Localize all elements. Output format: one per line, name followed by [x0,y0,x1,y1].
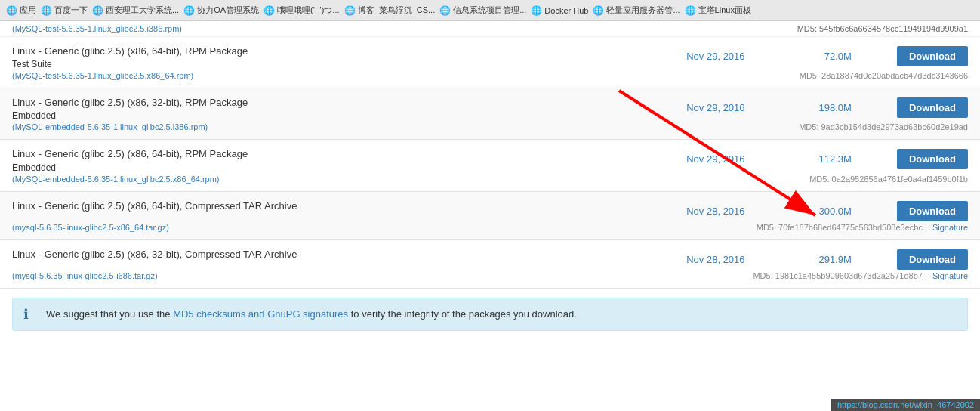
package-row-bottom-5: (mysql-5.6.35-linux-glibc2.5-i686.tar.gz… [12,271,968,280]
package-row-bottom-4: (mysql-5.6.35-linux-glibc2.5-x86_64.tar.… [12,223,968,232]
package-meta-5: Nov 28, 2016 291.9M Download [678,248,968,270]
globe-icon-5: 🌐 [263,5,275,16]
package-name-3: Linux - Generic (glibc 2.5) (x86, 64-bit… [12,148,248,159]
package-size-3: 112.3M [799,153,852,165]
download-button-3[interactable]: Download [897,149,968,169]
package-row-top-5: Linux - Generic (glibc 2.5) (x86, 32-bit… [12,248,968,270]
package-row-bottom-1: (MySQL-test-5.6.35-1.linux_glibc2.5.x86_… [12,71,968,80]
package-row-top-3: Linux - Generic (glibc 2.5) (x86, 64-bit… [12,147,968,172]
package-meta-4: Nov 28, 2016 300.0M Download [678,199,968,221]
info-box: ℹ We suggest that you use the MD5 checks… [12,298,968,331]
package-md5-4: MD5: 70fe187b68ed64775c563bd508e3ecbc | … [169,223,968,232]
package-meta-1: Nov 29, 2016 72.0M Download [678,45,968,66]
tab-blog[interactable]: 🌐 博客_菜鸟浮沉_CS... [344,5,436,16]
package-meta-3: Nov 29, 2016 112.3M Download [678,147,968,169]
tab-xaut[interactable]: 🌐 西安理工大学系统... [92,5,179,16]
package-info-1: Linux - Generic (glibc 2.5) (x86, 64-bit… [12,45,678,70]
package-info-4: Linux - Generic (glibc 2.5) (x86, 64-bit… [12,199,678,213]
package-link-3[interactable]: (MySQL-embedded-5.6.35-1.linux_glibc2.5.… [12,175,220,184]
globe-icon-10: 🌐 [685,5,696,16]
top-md5: MD5: 545fb6c6a6634578cc11949194d9909a1 [797,24,968,33]
top-row: (MySQL-test-5.6.35-1.linux_glibc2.5.i386… [0,21,980,37]
tab-app[interactable]: 🌐 应用 [6,5,36,16]
signature-link-5[interactable]: Signature [932,271,968,280]
download-button-5[interactable]: Download [897,249,968,270]
browser-tab-bar: 🌐 应用 🌐 百度一下 🌐 西安理工大学系统... 🌐 协力OA管理系统 🌐 哦… [0,0,980,21]
package-size-5: 291.9M [799,254,852,265]
packages-container: Linux - Generic (glibc 2.5) (x86, 64-bit… [0,37,980,289]
package-sub-1: Test Suite [12,59,52,70]
package-name-1: Linux - Generic (glibc 2.5) (x86, 64-bit… [12,45,248,57]
globe-icon-4: 🌐 [183,5,195,16]
tab-bilibili[interactable]: 🌐 哦哩哦哩('- ')つ... [263,5,339,16]
info-text: We suggest that you use the MD5 checksum… [46,308,577,320]
package-date-3: Nov 29, 2016 [678,153,753,165]
package-link-4[interactable]: (mysql-5.6.35-linux-glibc2.5-x86_64.tar.… [12,223,169,232]
package-row-2: Linux - Generic (glibc 2.5) (x86, 32-bit… [0,88,980,140]
globe-icon-9: 🌐 [593,5,604,16]
package-name-5: Linux - Generic (glibc 2.5) (x86, 32-bit… [12,249,297,260]
package-date-4: Nov 28, 2016 [678,206,753,217]
top-rpm-link[interactable]: (MySQL-test-5.6.35-1.linux_glibc2.5.i386… [12,24,182,33]
globe-icon-8: 🌐 [531,5,542,16]
globe-icon: 🌐 [6,5,17,16]
package-link-2[interactable]: (MySQL-embedded-5.6.35-1.linux_glibc2.5.… [12,122,208,131]
tab-baota[interactable]: 🌐 宝塔Linux面板 [685,5,751,16]
package-row-5: Linux - Generic (glibc 2.5) (x86, 32-bit… [0,240,980,289]
package-info-2: Linux - Generic (glibc 2.5) (x86, 32-bit… [12,96,678,121]
package-row-top-4: Linux - Generic (glibc 2.5) (x86, 64-bit… [12,199,968,221]
tab-docker[interactable]: 🌐 Docker Hub [531,5,588,16]
download-button-1[interactable]: Download [897,46,968,66]
page-wrapper: 🌐 应用 🌐 百度一下 🌐 西安理工大学系统... 🌐 协力OA管理系统 🌐 哦… [0,0,980,331]
main-content: (MySQL-test-5.6.35-1.linux_glibc2.5.i386… [0,21,980,331]
package-meta-2: Nov 29, 2016 198.0M Download [678,96,968,118]
package-date-2: Nov 29, 2016 [678,102,753,113]
tab-light[interactable]: 🌐 轻量应用服务器管... [593,5,680,16]
md5-link[interactable]: MD5 checksums and GnuPG signatures [173,308,348,320]
package-size-1: 72.0M [799,51,852,62]
download-button-2[interactable]: Download [897,97,968,118]
package-date-5: Nov 28, 2016 [678,254,753,265]
package-row-4: Linux - Generic (glibc 2.5) (x86, 64-bit… [0,192,980,240]
tab-baidu[interactable]: 🌐 百度一下 [41,5,88,16]
package-name-2: Linux - Generic (glibc 2.5) (x86, 32-bit… [12,97,248,108]
package-row-top-1: Linux - Generic (glibc 2.5) (x86, 64-bit… [12,45,968,70]
package-row-1: Linux - Generic (glibc 2.5) (x86, 64-bit… [0,37,980,88]
tab-info[interactable]: 🌐 信息系统项目管理... [439,5,526,16]
package-link-5[interactable]: (mysql-5.6.35-linux-glibc2.5-i686.tar.gz… [12,271,158,280]
package-size-4: 300.0M [799,206,852,217]
globe-icon-6: 🌐 [344,5,356,16]
package-row-3: Linux - Generic (glibc 2.5) (x86, 64-bit… [0,140,980,191]
package-row-bottom-2: (MySQL-embedded-5.6.35-1.linux_glibc2.5.… [12,122,968,131]
globe-icon-3: 🌐 [92,5,103,16]
globe-icon-7: 🌐 [439,5,451,16]
package-name-4: Linux - Generic (glibc 2.5) (x86, 64-bit… [12,200,297,212]
info-icon: ℹ [23,306,39,323]
package-date-1: Nov 29, 2016 [678,51,753,62]
signature-link-4[interactable]: Signature [932,223,968,232]
package-row-top-2: Linux - Generic (glibc 2.5) (x86, 32-bit… [12,96,968,121]
globe-icon-2: 🌐 [41,5,52,16]
package-md5-2: MD5: 9ad3cb154d3de2973ad63bc60d2e19ad [208,122,968,131]
package-md5-5: MD5: 1981c1a455b909603d673d2a2571d8b7 | … [158,271,968,280]
package-info-3: Linux - Generic (glibc 2.5) (x86, 64-bit… [12,147,678,172]
package-sub-3: Embedded [12,162,56,173]
package-md5-3: MD5: 0a2a952856a4761fe0a4af1459b0f1b [220,175,968,184]
package-md5-1: MD5: 28a18874d0c20abdacb47d3dc3143666 [193,71,968,80]
package-sub-2: Embedded [12,110,56,121]
package-row-bottom-3: (MySQL-embedded-5.6.35-1.linux_glibc2.5.… [12,175,968,184]
package-info-5: Linux - Generic (glibc 2.5) (x86, 32-bit… [12,248,678,261]
package-link-1[interactable]: (MySQL-test-5.6.35-1.linux_glibc2.5.x86_… [12,71,193,80]
package-size-2: 198.0M [799,102,852,113]
tab-oa[interactable]: 🌐 协力OA管理系统 [183,5,259,16]
download-button-4[interactable]: Download [897,201,968,221]
